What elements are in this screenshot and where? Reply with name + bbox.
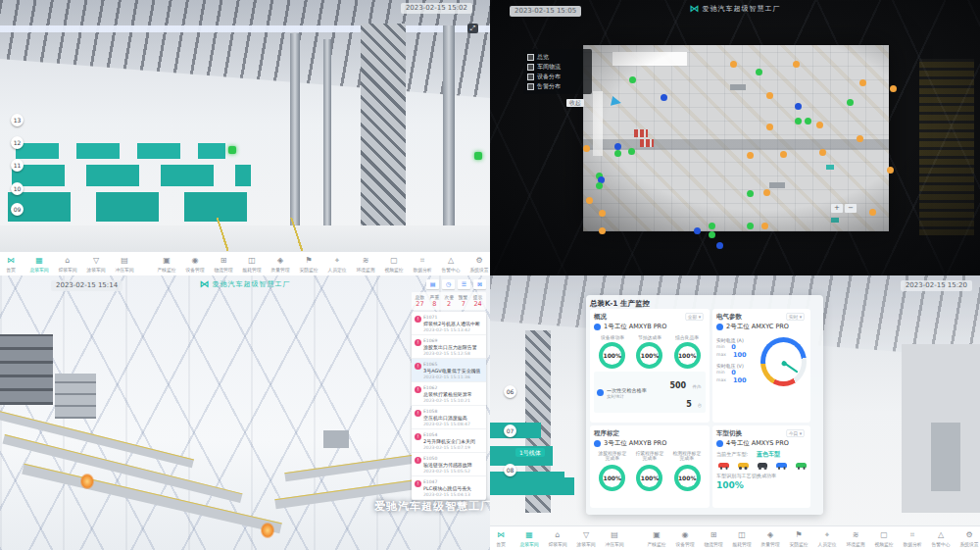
status-dot[interactable] (816, 122, 823, 128)
layer-checkbox-icon[interactable] (527, 54, 534, 61)
toolbar-item[interactable]: ⌖ 人员定位 (323, 256, 352, 273)
status-dot[interactable] (805, 118, 811, 125)
alarm-tab-icon[interactable]: ▤ (426, 279, 439, 289)
status-dot[interactable] (747, 190, 754, 197)
toolbar-item[interactable]: ≋ 环境监测 (842, 530, 870, 547)
status-dot[interactable] (859, 79, 866, 86)
layer-menu-item[interactable]: 总览 (527, 52, 588, 62)
toolbar-item[interactable]: ≋ 环境监测 (352, 256, 380, 273)
toolbar-item[interactable]: ⚙ 系统设置 (466, 256, 491, 273)
zoom-out-button[interactable]: − (845, 204, 857, 213)
toolbar-item[interactable]: ▦ 总装车间 (25, 256, 54, 273)
viewport-assembly-hall[interactable]: 2023-02-15 15:02 ⤢ 1312111009 ⋈ 首页 ▦ 总装车… (0, 0, 490, 275)
viewport-plant-map[interactable]: 2023-02-15 15:05 ⋈ 爱驰汽车超级智慧工厂 总览 车间物流 设备… (490, 0, 980, 275)
status-dot[interactable] (596, 182, 603, 189)
collapse-menu-button[interactable]: 收起 (566, 99, 584, 107)
status-dot[interactable] (847, 99, 854, 106)
toolbar-item[interactable]: ◉ 设备管理 (671, 530, 700, 547)
toolbar-item[interactable]: ◫ 能耗管理 (728, 530, 757, 547)
alarm-list-item[interactable]: ! E1069 涂胶泵出口压力超限告警 2023-02-15 15:12:58 (412, 335, 486, 359)
toolbar-item[interactable]: ⚑ 安防监控 (295, 256, 323, 273)
toolbar-item[interactable]: ⊞ 物流管理 (700, 530, 728, 547)
toolbar-item[interactable]: ▤ 冲压车间 (601, 530, 629, 547)
status-dot[interactable] (819, 149, 826, 156)
toolbar-item[interactable]: ▦ 总装车间 (515, 530, 544, 547)
toolbar-item[interactable]: ▤ 冲压车间 (111, 256, 139, 273)
toolbar-item[interactable]: ⋈ 首页 (0, 256, 25, 273)
viewport-station-view[interactable]: 1号线体 060708 2023-02-15 15:20 总装K-1 生产监控 … (490, 275, 980, 550)
alarm-list-item[interactable]: ! E1065 3号AGV电量低于安全阈值 2023-02-15 15:11:3… (412, 359, 486, 382)
toolbar-item[interactable]: ⌖ 人员定位 (813, 530, 842, 547)
status-dot[interactable] (857, 135, 863, 142)
viewport-logistics-corridor[interactable]: 2023-02-15 15:14 ⋈ 爱驰汽车超级智慧工厂 ▤◷☰⊠ 总数 27… (0, 275, 490, 550)
line-number-marker[interactable]: 13 (11, 114, 24, 126)
status-dot[interactable] (747, 152, 754, 159)
line-number-marker[interactable]: 11 (11, 159, 24, 172)
status-dot[interactable] (763, 189, 770, 196)
layer-checkbox-icon[interactable] (527, 74, 534, 80)
fullscreen-icon[interactable]: ⤢ (467, 24, 478, 33)
toolbar-item[interactable]: △ 告警中心 (437, 256, 466, 273)
toolbar-item[interactable]: ▢ 视频监控 (380, 256, 409, 273)
device-status-marker[interactable] (474, 152, 482, 160)
status-dot[interactable] (614, 143, 621, 150)
alarm-list-item[interactable]: ! E1054 2号升降机安全门未关闭 2023-02-15 15:07:19 (412, 429, 486, 453)
status-dot[interactable] (628, 148, 635, 155)
alarm-tab-icon[interactable]: ☰ (458, 279, 470, 289)
zoom-in-button[interactable]: + (831, 204, 843, 213)
status-dot[interactable] (756, 69, 762, 75)
line-number-marker[interactable]: 07 (504, 425, 516, 437)
status-dot[interactable] (795, 103, 802, 110)
status-dot[interactable] (869, 209, 876, 216)
toolbar-item[interactable]: ⌂ 焊装车间 (544, 530, 572, 547)
status-dot[interactable] (599, 227, 606, 234)
alarm-list-item[interactable]: ! E1050 输送链张力传感器故障 2023-02-15 15:05:52 (412, 453, 486, 476)
status-dot[interactable] (716, 242, 723, 249)
line-number-marker[interactable]: 09 (11, 203, 24, 216)
toolbar-item[interactable]: ▣ 产线监控 (153, 256, 181, 273)
alarm-list-item[interactable]: ! E1062 总装线拧紧枪扭矩异常 2023-02-15 15:10:21 (412, 382, 486, 406)
status-dot[interactable] (747, 223, 754, 229)
status-dot[interactable] (780, 151, 787, 158)
status-dot[interactable] (890, 85, 897, 92)
toolbar-item[interactable]: ⌗ 数据分析 (409, 256, 437, 273)
alarm-tab-icon[interactable]: ◷ (442, 279, 455, 289)
alarm-tab-icon[interactable]: ⊠ (473, 279, 486, 289)
layer-checkbox-icon[interactable] (527, 64, 534, 71)
toolbar-item[interactable]: △ 告警中心 (927, 530, 956, 547)
status-dot[interactable] (599, 210, 606, 217)
status-dot[interactable] (887, 167, 894, 174)
toolbar-item[interactable]: ⋈ 首页 (490, 530, 515, 547)
layer-menu-item[interactable]: 设备分布 (527, 72, 588, 81)
station-tag[interactable]: 1号线体 (515, 448, 545, 457)
status-dot[interactable] (709, 231, 715, 238)
status-dot[interactable] (793, 61, 800, 68)
status-dot[interactable] (709, 223, 715, 229)
status-dot[interactable] (795, 118, 802, 125)
toolbar-item[interactable]: ▣ 产线监控 (643, 530, 671, 547)
status-dot[interactable] (766, 92, 773, 99)
filter-select[interactable]: 实时 ▾ (786, 313, 804, 321)
toolbar-item[interactable]: ⌗ 数据分析 (899, 530, 927, 547)
status-dot[interactable] (629, 76, 636, 83)
layer-menu-item[interactable]: 车间物流 (527, 62, 588, 72)
layer-checkbox-icon[interactable] (527, 83, 534, 90)
status-dot[interactable] (583, 145, 590, 152)
alarm-list-item[interactable]: ! E1071 焊装线2号机器人通讯中断 2023-02-15 15:13:42 (412, 312, 486, 335)
line-number-marker[interactable]: 12 (11, 136, 24, 149)
filter-select[interactable]: 全部 ▾ (685, 313, 703, 321)
toolbar-item[interactable]: ⚑ 安防监控 (785, 530, 813, 547)
status-dot[interactable] (586, 197, 593, 204)
toolbar-item[interactable]: ◈ 质量管理 (267, 256, 295, 273)
layer-menu-item[interactable]: 告警分布 (527, 81, 588, 91)
status-dot[interactable] (694, 227, 701, 234)
alarm-list-item[interactable]: ! E1047 PLC模块心跳信号丢失 2023-02-15 15:04:13 (412, 476, 486, 500)
toolbar-item[interactable]: ◉ 设备管理 (181, 256, 210, 273)
line-number-marker[interactable]: 10 (11, 182, 24, 195)
toolbar-item[interactable]: ◈ 质量管理 (757, 530, 785, 547)
status-dot[interactable] (661, 94, 667, 101)
toolbar-item[interactable]: ▢ 视频监控 (870, 530, 899, 547)
device-status-marker[interactable] (228, 146, 236, 154)
line-number-marker[interactable]: 06 (504, 385, 516, 398)
toolbar-item[interactable]: ◫ 能耗管理 (238, 256, 267, 273)
